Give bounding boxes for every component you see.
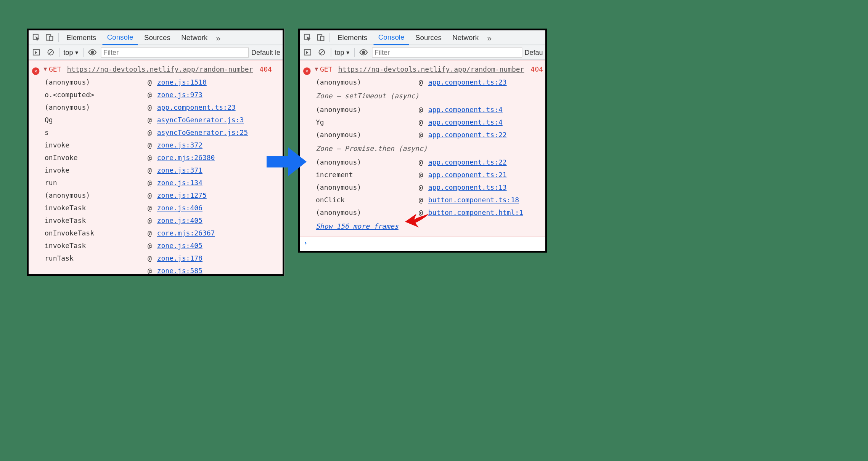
frame-function: (anonymous) [45, 189, 148, 202]
log-levels[interactable]: Defau [524, 48, 543, 56]
source-link[interactable]: app.component.ts:23 [428, 78, 507, 86]
source-link[interactable]: app.component.ts:22 [428, 158, 507, 166]
disclosure-triangle-icon[interactable]: ▼ [315, 63, 318, 75]
frame-function: onInvoke [45, 152, 148, 164]
console-filterbar: top▼ Default le [29, 45, 283, 60]
frame-function: invoke [45, 139, 148, 152]
source-link[interactable]: core.mjs:26367 [157, 229, 215, 237]
filter-input[interactable] [100, 47, 249, 58]
source-link[interactable]: zone.js:372 [157, 141, 203, 149]
stack-frame: _@ zone.js:585 [29, 265, 283, 276]
frame-location: @ zone.js:134 [148, 177, 203, 189]
frame-location: @ zone.js:973 [148, 89, 203, 101]
context-selector[interactable]: top▼ [335, 48, 350, 56]
source-link[interactable]: zone.js:178 [157, 255, 203, 263]
source-link[interactable]: zone.js:371 [157, 166, 203, 174]
svg-rect-9 [320, 36, 324, 40]
source-link[interactable]: zone.js:405 [157, 242, 203, 250]
frame-location: @ app.component.ts:13 [419, 181, 507, 194]
stack-frame: onInvokeTask@ core.mjs:26367 [29, 227, 283, 240]
source-link[interactable]: core.mjs:26380 [157, 154, 215, 162]
frame-function: invoke [45, 164, 148, 177]
source-link[interactable]: zone.js:585 [157, 267, 203, 275]
error-message-row[interactable]: ✕ ▼GET https://ng-devtools.netlify.app/r… [29, 62, 283, 76]
clear-console-icon[interactable] [45, 46, 56, 58]
frame-location: @ zone.js:372 [148, 139, 203, 152]
frame-function: invokeTask [45, 202, 148, 214]
tab-console[interactable]: Console [374, 30, 409, 45]
console-prompt[interactable]: › [300, 237, 545, 249]
request-url[interactable]: https://ng-devtools.netlify.app/random-n… [67, 65, 253, 73]
http-method: GET [49, 65, 61, 73]
source-link[interactable]: app.component.ts:4 [428, 118, 503, 126]
svg-rect-2 [49, 36, 53, 40]
source-link[interactable]: zone.js:1518 [157, 78, 207, 86]
frame-location: @ zone.js:585 [148, 265, 203, 276]
stack-frame: invoke@ zone.js:371 [29, 164, 283, 177]
frame-function: (anonymous) [316, 206, 419, 219]
source-link[interactable]: zone.js:134 [157, 179, 203, 187]
source-link[interactable]: app.component.ts:4 [428, 106, 503, 114]
tab-sources[interactable]: Sources [140, 30, 175, 45]
tab-console[interactable]: Console [103, 30, 138, 45]
error-message-row[interactable]: ✕ ▼GET https://ng-devtools.netlify.app/r… [300, 62, 545, 76]
frame-function: invokeTask [45, 214, 148, 227]
tab-network[interactable]: Network [177, 30, 212, 45]
frame-location: @ zone.js:405 [148, 240, 203, 252]
frame-function: Yg [316, 116, 419, 129]
eye-icon[interactable] [358, 46, 369, 58]
source-link[interactable]: zone.js:1275 [157, 192, 207, 200]
frame-location: @ asyncToGenerator.js:25 [148, 126, 248, 139]
stack-frame: (anonymous)@ zone.js:1518 [29, 76, 283, 89]
device-toggle-icon[interactable] [315, 32, 327, 43]
source-link[interactable]: zone.js:405 [157, 217, 203, 225]
request-url[interactable]: https://ng-devtools.netlify.app/random-n… [338, 65, 524, 73]
stack-frame: onClick@ button.component.ts:18 [300, 194, 545, 206]
frame-location: @ app.component.ts:4 [419, 116, 503, 129]
source-link[interactable]: zone.js:973 [157, 91, 203, 99]
error-group: ✕ ▼GET https://ng-devtools.netlify.app/r… [29, 60, 283, 276]
error-icon: ✕ [32, 67, 40, 75]
tab-elements[interactable]: Elements [333, 30, 372, 45]
source-link[interactable]: button.component.ts:18 [428, 196, 519, 204]
frame-location: @ app.component.ts:22 [419, 129, 507, 141]
more-tabs-icon[interactable]: » [485, 33, 494, 42]
frame-function: Qg [45, 114, 148, 126]
frame-location: @ zone.js:178 [148, 252, 203, 265]
source-link[interactable]: button.component.html:1 [428, 209, 523, 217]
filter-input[interactable] [371, 47, 522, 58]
eye-icon[interactable] [87, 46, 98, 58]
stack-frame: run@ zone.js:134 [29, 177, 283, 189]
log-levels[interactable]: Default le [251, 48, 280, 56]
source-link[interactable]: zone.js:406 [157, 204, 203, 212]
inspect-icon[interactable] [31, 32, 42, 43]
frame-location: @ app.component.ts:23 [419, 76, 507, 89]
stack-frame: (anonymous)@ app.component.ts:13 [300, 181, 545, 194]
source-link[interactable]: asyncToGenerator.js:3 [157, 116, 244, 124]
frame-location: @ app.component.ts:4 [419, 104, 503, 116]
more-tabs-icon[interactable]: » [214, 33, 223, 42]
source-link[interactable]: app.component.ts:22 [428, 131, 507, 139]
tab-network[interactable]: Network [448, 30, 483, 45]
disclosure-triangle-icon[interactable]: ▼ [43, 63, 47, 75]
stack-frame: (anonymous)@ app.component.ts:22 [300, 156, 545, 169]
source-link[interactable]: app.component.ts:23 [157, 104, 236, 112]
tab-sources[interactable]: Sources [411, 30, 446, 45]
transition-arrow-icon [267, 147, 307, 176]
source-link[interactable]: app.component.ts:21 [428, 171, 507, 179]
frame-location: @ app.component.ts:23 [148, 101, 236, 114]
stack-frame: invokeTask@ zone.js:406 [29, 202, 283, 214]
status-code: 404 [530, 65, 543, 73]
device-toggle-icon[interactable] [44, 32, 56, 43]
context-selector[interactable]: top▼ [64, 48, 79, 56]
tabbar: Elements Console Sources Network » [300, 30, 545, 45]
tab-elements[interactable]: Elements [62, 30, 101, 45]
source-link[interactable]: asyncToGenerator.js:25 [157, 129, 248, 137]
clear-console-icon[interactable] [316, 46, 327, 58]
inspect-icon[interactable] [302, 32, 313, 43]
source-link[interactable]: app.component.ts:13 [428, 184, 507, 192]
stack-frame: invokeTask@ zone.js:405 [29, 214, 283, 227]
console-filterbar: top▼ Defau [300, 45, 545, 60]
sidebar-toggle-icon[interactable] [31, 46, 42, 58]
sidebar-toggle-icon[interactable] [302, 46, 313, 58]
